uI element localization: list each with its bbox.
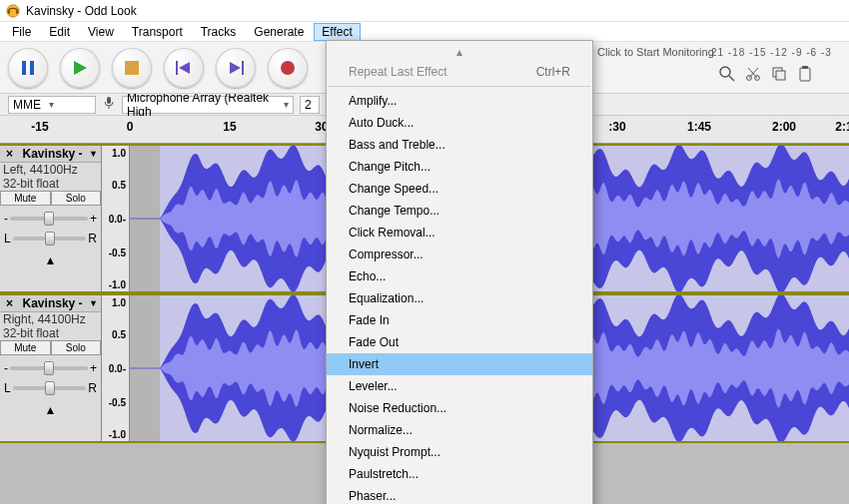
svg-rect-20	[800, 68, 810, 81]
menu-edit[interactable]: Edit	[41, 23, 78, 41]
skip-start-button[interactable]	[164, 48, 204, 88]
menu-item-compressor[interactable]: Compressor...	[327, 244, 592, 265]
track-channel-info: Left, 44100Hz	[0, 163, 101, 177]
menu-item-fade-in[interactable]: Fade In	[327, 309, 592, 331]
track-close-button[interactable]: ×	[3, 296, 16, 310]
scale-label: 0.0-	[109, 363, 126, 374]
solo-button[interactable]: Solo	[51, 340, 102, 355]
track-channel-info: Right, 44100Hz	[0, 312, 101, 326]
svg-marker-5	[74, 61, 87, 75]
ruler-label: 2:00	[772, 120, 796, 134]
svg-rect-4	[30, 61, 34, 75]
track-menu-arrow[interactable]: ▼	[89, 149, 98, 159]
collapse-button[interactable]: ▲	[0, 252, 101, 267]
db-meter-labels: 21 -18 -15 -12 -9 -6 -3	[711, 47, 832, 58]
pan-slider[interactable]: L R	[4, 381, 97, 395]
menu-item-change-pitch[interactable]: Change Pitch...	[327, 156, 592, 178]
track-title: Kavinsky -	[23, 296, 83, 310]
pause-button[interactable]	[8, 48, 48, 88]
svg-line-17	[748, 68, 757, 78]
menu-effect[interactable]: Effect	[314, 23, 360, 41]
gain-plus-label: +	[90, 361, 97, 375]
scale-label: -0.5	[109, 396, 126, 407]
mute-button[interactable]: Mute	[0, 191, 51, 206]
svg-rect-6	[125, 61, 139, 75]
pan-l-label: L	[4, 381, 11, 395]
menu-generate[interactable]: Generate	[246, 23, 312, 41]
svg-point-11	[281, 61, 295, 75]
input-device-combo[interactable]: Microphone Array (Realtek High ▾	[122, 96, 294, 114]
pan-slider[interactable]: L R	[4, 232, 97, 246]
menu-item-paulstretch[interactable]: Paulstretch...	[327, 463, 592, 485]
svg-rect-19	[776, 71, 785, 80]
zoom-tool-icon[interactable]	[719, 66, 735, 82]
edit-tool-icons	[719, 66, 813, 82]
chevron-down-icon: ▾	[49, 99, 54, 110]
input-device-value: Microphone Array (Realtek High	[127, 91, 276, 119]
cut-icon[interactable]	[745, 66, 761, 82]
gain-slider[interactable]: - +	[4, 361, 97, 375]
mute-button[interactable]: Mute	[0, 340, 51, 355]
scale-label: -0.5	[109, 247, 126, 257]
menu-item-label: Repeat Last Effect	[349, 65, 447, 79]
copy-icon[interactable]	[771, 66, 787, 82]
track-title: Kavinsky -	[23, 147, 83, 161]
scale-label: -1.0	[109, 278, 126, 289]
pan-r-label: R	[88, 232, 97, 246]
track-panel: × Kavinsky - ▼ Left, 44100Hz 32-bit floa…	[0, 146, 102, 291]
menu-item-fade-out[interactable]: Fade Out	[327, 331, 592, 353]
menu-item-leveler[interactable]: Leveler...	[327, 375, 592, 397]
menu-item-click-removal[interactable]: Click Removal...	[327, 222, 592, 244]
collapse-button[interactable]: ▲	[0, 401, 101, 417]
skip-end-button[interactable]	[216, 48, 256, 88]
track-close-button[interactable]: ×	[3, 147, 16, 161]
audio-host-combo[interactable]: MME ▾	[8, 96, 96, 114]
menu-item-auto-duck[interactable]: Auto Duck...	[327, 112, 592, 134]
chevron-down-icon: ▾	[284, 99, 289, 110]
menu-transport[interactable]: Transport	[124, 23, 191, 41]
menu-item-amplify[interactable]: Amplify...	[327, 90, 592, 112]
ruler-label: -15	[31, 120, 48, 134]
ruler-label: 1:45	[687, 120, 711, 134]
svg-rect-1	[8, 10, 10, 14]
menu-item-nyquist-prompt[interactable]: Nyquist Prompt...	[327, 441, 592, 463]
menu-item-invert[interactable]: Invert	[327, 353, 592, 375]
play-button[interactable]	[60, 48, 100, 88]
scale-label: 1.0	[112, 148, 126, 159]
solo-button[interactable]: Solo	[51, 191, 102, 206]
svg-rect-7	[176, 61, 178, 75]
svg-line-13	[729, 76, 734, 81]
menu-item-echo[interactable]: Echo...	[327, 265, 592, 287]
svg-marker-8	[179, 62, 190, 74]
record-button[interactable]	[268, 48, 308, 88]
menu-item-phaser[interactable]: Phaser...	[327, 485, 592, 504]
input-channels-value: 2	[305, 98, 312, 112]
paste-icon[interactable]	[797, 66, 813, 82]
input-channels-combo[interactable]: 2	[300, 96, 320, 114]
menu-item-bass-and-treble[interactable]: Bass and Treble...	[327, 134, 592, 156]
scale-label: -1.0	[109, 428, 126, 439]
menu-item-change-speed[interactable]: Change Speed...	[327, 178, 592, 200]
menu-tracks[interactable]: Tracks	[193, 23, 245, 41]
ruler-label: 0	[127, 120, 134, 134]
menu-item-normalize[interactable]: Normalize...	[327, 419, 592, 441]
menu-repeat-last-effect[interactable]: Repeat Last Effect Ctrl+R	[327, 61, 592, 83]
menu-item-noise-reduction[interactable]: Noise Reduction...	[327, 397, 592, 419]
track-menu-arrow[interactable]: ▼	[89, 298, 98, 308]
menu-item-equalization[interactable]: Equalization...	[327, 287, 592, 309]
ruler-label: :30	[608, 120, 625, 134]
microphone-icon	[102, 96, 116, 113]
scale-label: 0.5	[112, 180, 126, 191]
gain-slider[interactable]: - +	[4, 212, 97, 226]
menu-item-change-tempo[interactable]: Change Tempo...	[327, 200, 592, 222]
svg-rect-21	[802, 66, 808, 69]
menu-file[interactable]: File	[4, 23, 39, 41]
menu-scroll-up-icon[interactable]: ▴	[327, 43, 592, 61]
transport-controls	[8, 48, 308, 88]
ruler-label: 2:1	[835, 120, 849, 134]
stop-button[interactable]	[112, 48, 152, 88]
track-format-info: 32-bit float	[0, 177, 101, 191]
menu-view[interactable]: View	[80, 23, 122, 41]
monitor-hint[interactable]: Click to Start Monitoring	[597, 46, 714, 58]
scale-label: 1.0	[112, 297, 126, 308]
